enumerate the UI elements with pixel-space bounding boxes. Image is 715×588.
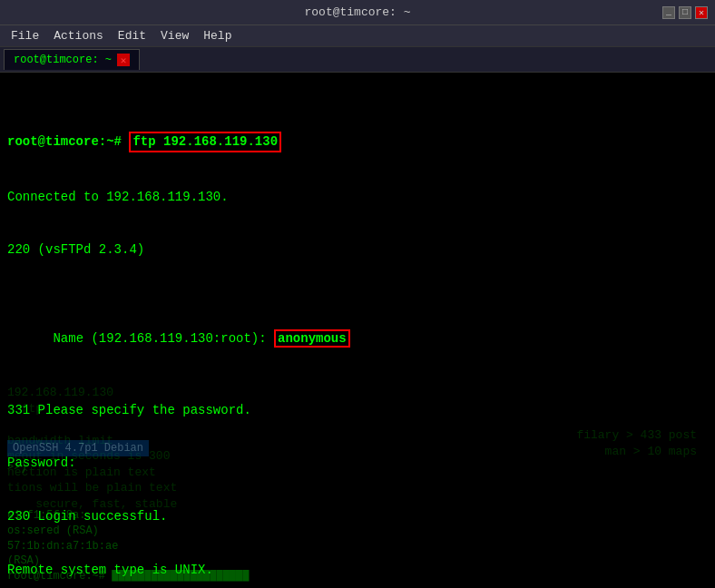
name-line: Name (192.168.119.130:root): anonymous <box>7 313 708 367</box>
title-bar: root@timcore: ~ _ □ ✕ <box>0 0 715 25</box>
menu-file[interactable]: File <box>4 27 46 44</box>
minimize-button[interactable]: _ <box>662 6 675 19</box>
terminal[interactable]: root@timcore:~# ftp 192.168.119.130 Conn… <box>0 73 715 588</box>
window-controls[interactable]: _ □ ✕ <box>662 6 708 19</box>
output-line-2: 220 (vsFTPd 2.3.4) <box>7 241 708 260</box>
close-button[interactable]: ✕ <box>695 6 708 19</box>
ssh-prompt: >>) <box>7 460 708 475</box>
maximize-button[interactable]: □ <box>679 6 691 19</box>
tab-label: root@timcore: ~ <box>14 54 112 66</box>
window-title: root@timcore: ~ <box>53 5 662 19</box>
output-line-1: Connected to 192.168.119.130. <box>7 189 708 207</box>
bottom-command: root@timcore:~# █████████████████████ <box>7 569 708 584</box>
key-fingerprint-4: (RSA) <box>7 554 708 569</box>
menu-edit[interactable]: Edit <box>111 27 153 44</box>
tab-root[interactable]: root@timcore: ~ ✕ <box>4 49 140 70</box>
key-fingerprint-1: e1:f1:5f:8a: <box>7 508 708 524</box>
ssh-section: OpenSSH 4.7p1 Debian >>) <box>0 436 715 479</box>
ssh-bar: OpenSSH 4.7p1 Debian <box>7 440 149 456</box>
bottom-section: e1:f1:5f:8a: os:sered (RSA) 57:1b:dn:a7:… <box>0 505 715 588</box>
key-fingerprint-3: 57:1b:dn:a7:1b:ae <box>7 539 708 554</box>
menu-bar: File Actions Edit View Help <box>0 25 715 47</box>
menu-actions[interactable]: Actions <box>46 27 111 44</box>
anonymous-input: anonymous <box>274 329 350 348</box>
prompt-line: root@timcore:~# ftp 192.168.119.130 <box>7 132 708 153</box>
terminal-prompt: root@timcore:~# <box>7 133 129 152</box>
menu-help[interactable]: Help <box>196 27 239 44</box>
ftp-command: ftp 192.168.119.130 <box>129 132 281 153</box>
tab-close-button[interactable]: ✕ <box>117 54 130 66</box>
tab-bar: root@timcore: ~ ✕ <box>0 47 715 73</box>
menu-view[interactable]: View <box>153 27 196 44</box>
key-fingerprint-2: os:sered (RSA) <box>7 524 708 539</box>
